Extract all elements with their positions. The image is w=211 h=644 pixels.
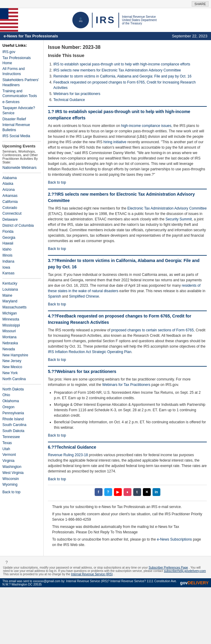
sidebar-state-pennsylvania[interactable]: Pennsylvania	[2, 411, 41, 416]
sidebar-state-west-virginia[interactable]: West Virginia	[2, 470, 41, 475]
sidebar-state-louisiana[interactable]: Louisiana	[2, 287, 41, 292]
sidebar-state-rhode-island[interactable]: Rhode Island	[2, 417, 41, 422]
sidebar-state-nevada[interactable]: Nevada	[2, 347, 41, 352]
section-4-link-plan[interactable]: IRS Inflation Reduction Act Strategic Op…	[48, 350, 131, 354]
sidebar-state-new-mexico[interactable]: New Mexico	[2, 365, 41, 370]
sidebar-link-eservices[interactable]: e-Services	[2, 99, 41, 105]
sidebar-state-wyoming[interactable]: Wyoming	[2, 482, 41, 487]
sidebar-state-wisconsin[interactable]: Wisconsin	[2, 476, 41, 481]
sidebar-state-south-dakota[interactable]: South Dakota	[2, 428, 41, 434]
sidebar-state-georgia[interactable]: Georgia	[2, 235, 41, 240]
sidebar-state-alaska[interactable]: Alaska	[2, 181, 41, 186]
sidebar-state-arizona[interactable]: Arizona	[2, 187, 41, 192]
sidebar-back-to-top[interactable]: Back to top	[2, 490, 41, 495]
sidebar-state-minnesota[interactable]: Minnesota	[2, 317, 41, 322]
sidebar-link-stakeholders[interactable]: Stakeholders Partners' Headliners	[2, 77, 41, 88]
sidebar-state-delaware[interactable]: Delaware	[2, 217, 41, 222]
section-6-link-ruling[interactable]: Revenue Ruling 2023-18	[48, 453, 88, 457]
sidebar-state-tennessee[interactable]: Tennessee	[2, 434, 41, 440]
sidebar-link-forms[interactable]: All Forms and Instructions	[2, 66, 41, 77]
contact-link[interactable]: subscriberhelp.govdelivery.com	[164, 569, 206, 573]
sidebar-state-hawaii[interactable]: Hawaii	[2, 241, 41, 246]
sidebar-state-alabama[interactable]: Alabama	[2, 175, 41, 181]
sidebar-state-oklahoma[interactable]: Oklahoma	[2, 399, 41, 404]
back-to-top-6[interactable]: Back to top	[48, 476, 207, 482]
sidebar-state-montana[interactable]: Montana	[2, 335, 41, 340]
sidebar-state-ohio[interactable]: Ohio	[2, 393, 41, 398]
section-2-link-etaac[interactable]: Electronic Tax Administration Advisory C…	[127, 206, 206, 210]
sidebar-link-tax-pro-home[interactable]: Tax Professionals Home	[2, 55, 41, 66]
sidebar-link-irsgov[interactable]: IRS.gov	[2, 49, 41, 55]
facebook-icon[interactable]: f	[95, 488, 102, 496]
sidebar-state-florida[interactable]: Florida	[2, 229, 41, 234]
sidebar-state-missouri[interactable]: Missouri	[2, 329, 41, 334]
subscriber-preferences-link[interactable]: Subscriber Preferences Page	[149, 566, 188, 569]
footer-enews-link[interactable]: e-News Subscriptions	[157, 537, 192, 541]
sidebar-state-north-carolina[interactable]: North Carolina	[2, 377, 41, 382]
sidebar-state-new-jersey[interactable]: New Jersey	[2, 358, 41, 364]
toc-link-2[interactable]: IRS selects new members for Electronic T…	[53, 68, 181, 72]
sidebar-state-kentucky[interactable]: Kentucky	[2, 281, 41, 286]
sidebar-state-north-dakota[interactable]: North Dakota	[2, 387, 41, 392]
section-1-link-hiring[interactable]: hiring initiative	[103, 140, 126, 144]
sidebar-state-vermont[interactable]: Vermont	[2, 452, 41, 457]
section-4-link[interactable]: 4.??Feedback requested on proposed chang…	[48, 314, 191, 325]
section-5-link[interactable]: 5.??Webinars for tax practitioners	[48, 369, 116, 374]
sidebar-nationwide-webinars[interactable]: Nationwide Webinars	[2, 165, 41, 170]
sidebar-state-virginia[interactable]: Virginia	[2, 458, 41, 463]
section-1-link[interactable]: 1.? IRS to establish special pass-throug…	[48, 109, 190, 120]
youtube-icon[interactable]: ▶	[114, 488, 122, 496]
toc-link-6[interactable]: Technical Guidance	[53, 98, 85, 102]
section-5-link-webinars[interactable]: Webinars for Tax Practitioners	[102, 383, 150, 387]
sidebar-link-taxpayer-advocate[interactable]: Taxpayer Advocate?Service	[2, 106, 41, 116]
sidebar-state-new-york[interactable]: New York	[2, 371, 41, 376]
sidebar-state-maine[interactable]: Maine	[2, 293, 41, 298]
sidebar-state-california[interactable]: California	[2, 199, 41, 204]
tumblr-icon[interactable]: t	[133, 488, 141, 496]
back-to-top-2[interactable]: Back to top	[48, 246, 207, 251]
sidebar-link-disaster[interactable]: Disaster Relief	[2, 117, 41, 122]
toc-link-4[interactable]: Feedback requested on proposed changes t…	[53, 80, 196, 90]
sidebar-state-nebraska[interactable]: Nebraska	[2, 341, 41, 346]
linkedin-icon[interactable]: in	[153, 488, 160, 496]
back-to-top-1[interactable]: Back to top	[48, 180, 207, 185]
section-2-link[interactable]: 2.??IRS selects new members for Electron…	[48, 192, 195, 203]
toc-link-1[interactable]: IRS to establish special pass-through un…	[53, 62, 190, 66]
instagram-icon[interactable]: ♦	[124, 488, 131, 496]
sidebar-link-training[interactable]: Training and Communication Tools	[2, 89, 41, 99]
toc-link-5[interactable]: Webinars for tax practitioners	[53, 92, 100, 96]
sidebar-state-iowa[interactable]: Iowa	[2, 265, 41, 270]
section-2-link-summit[interactable]: Security Summit	[165, 217, 192, 221]
sidebar-state-maryland[interactable]: Maryland	[2, 299, 41, 304]
sidebar-state-south-carolina[interactable]: South Carolina	[2, 422, 41, 428]
sidebar-state-arkansas[interactable]: Arkansas	[2, 193, 41, 198]
irs-link[interactable]: Internal Revenue Service (IRS)	[71, 573, 113, 576]
section-3-link-chinese[interactable]: Simplified Chinese	[69, 294, 99, 298]
section-3-link[interactable]: 3.??Reminder to storm victims in Califor…	[48, 258, 200, 269]
back-to-top-4[interactable]: Back to top	[48, 357, 207, 362]
section-3-link-spanish[interactable]: Spanish	[48, 294, 61, 298]
sidebar-state-dc[interactable]: District of Columbia	[2, 223, 41, 228]
twitter-icon[interactable]: ?	[104, 488, 112, 496]
sidebar-state-new-hampshire[interactable]: New Hampshire	[2, 353, 41, 358]
sidebar-state-michigan[interactable]: Michigan	[2, 311, 41, 316]
sidebar-state-illinois[interactable]: Illinois	[2, 253, 41, 258]
sidebar-state-washington[interactable]: Washington	[2, 464, 41, 469]
sidebar-link-irb[interactable]: Internal Revenue Bulletins	[2, 122, 41, 133]
section-6-link[interactable]: 6.??Technical Guidance	[48, 445, 96, 450]
back-to-top-5[interactable]: Back to top	[48, 433, 207, 438]
section-4-link-form[interactable]: proposed changes to certain sections of …	[111, 328, 194, 332]
sidebar-state-indiana[interactable]: Indiana	[2, 259, 41, 264]
section-1-link-compliance[interactable]: high-income compliance issues	[121, 124, 172, 128]
back-to-top-3[interactable]: Back to top	[48, 301, 207, 307]
toc-link-3[interactable]: Reminder to storm victims in California,…	[53, 74, 191, 78]
sidebar-link-social-media[interactable]: IRS Social Media	[2, 134, 41, 139]
sidebar-state-utah[interactable]: Utah	[2, 447, 41, 452]
sidebar-state-oregon[interactable]: Oregon	[2, 405, 41, 410]
sidebar-state-texas[interactable]: Texas	[2, 440, 41, 446]
sidebar-state-kansas[interactable]: Kansas	[2, 271, 41, 276]
share-button[interactable]: SHARE	[192, 1, 209, 7]
section-3-link-residents[interactable]: residents of these states in the wake of…	[48, 283, 200, 293]
sidebar-state-connecticut[interactable]: Connecticut	[2, 211, 41, 216]
sidebar-state-massachusetts[interactable]: Massachusetts	[2, 305, 41, 310]
